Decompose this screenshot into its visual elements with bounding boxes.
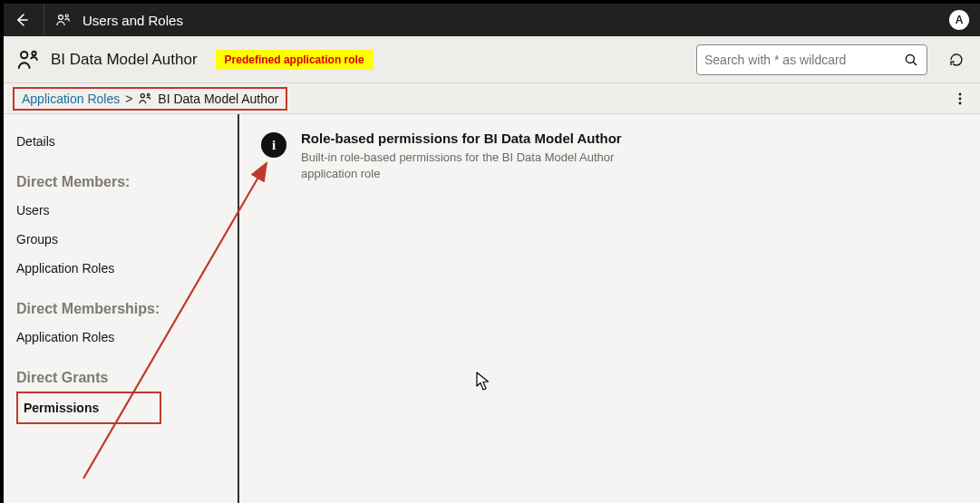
permissions-info-text: Role-based permissions for BI Data Model… [301,131,627,181]
breadcrumb-root-link[interactable]: Application Roles [22,92,120,106]
nav-details[interactable]: Details [16,127,225,156]
svg-point-11 [959,102,962,104]
breadcrumb-current: BI Data Model Author [158,92,278,106]
nav-section-grants: Direct Grants [16,370,225,386]
nav-groups[interactable]: Groups [16,225,225,254]
nav-section-members: Direct Members: [16,174,225,190]
refresh-button[interactable] [946,49,967,71]
more-actions-button[interactable] [949,88,971,110]
svg-point-2 [65,15,68,17]
info-icon: i [261,132,286,158]
back-button[interactable] [11,9,33,31]
breadcrumb-role-icon [138,92,152,106]
kebab-icon [953,92,967,106]
breadcrumb-separator: > [125,92,132,106]
role-icon [16,48,40,72]
svg-point-1 [59,15,63,20]
search-icon [903,52,919,68]
breadcrumb-row: Application Roles > BI Data Model Author [4,83,980,114]
nav-section-memberships: Direct Memberships: [16,301,225,317]
nav-app-roles-members[interactable]: Application Roles [16,254,225,283]
user-avatar[interactable]: A [949,10,969,30]
search-input[interactable] [704,53,903,67]
svg-line-6 [913,62,917,65]
topbar-divider [44,4,44,36]
svg-point-7 [141,93,145,97]
users-roles-icon [55,12,72,28]
svg-point-5 [906,54,914,63]
predefined-role-badge: Predefined application role [216,50,374,70]
svg-point-10 [959,97,962,100]
search-field-wrap[interactable] [696,44,927,75]
role-header-bar: BI Data Model Author Predefined applicat… [4,36,980,83]
topbar-title: Users and Roles [82,13,183,28]
main-panel: i Role-based permissions for BI Data Mod… [239,114,980,503]
nav-permissions[interactable]: Permissions [24,399,154,417]
permissions-heading: Role-based permissions for BI Data Model… [301,131,627,146]
breadcrumb: Application Roles > BI Data Model Author [13,87,287,111]
arrow-left-icon [15,13,29,27]
svg-point-3 [21,51,27,57]
side-nav: Details Direct Members: Users Groups App… [4,114,239,503]
svg-point-4 [32,51,35,54]
role-title: BI Data Model Author [51,51,198,69]
nav-users[interactable]: Users [16,196,225,225]
refresh-icon [948,52,965,68]
svg-point-8 [148,93,150,95]
svg-point-9 [959,92,962,95]
app-topbar: Users and Roles A [4,4,980,36]
nav-permissions-highlight: Permissions [16,392,161,424]
content-area: Details Direct Members: Users Groups App… [4,114,980,503]
permissions-description: Built-in role-based permissions for the … [301,150,627,181]
nav-app-roles-memberships[interactable]: Application Roles [16,323,225,352]
permissions-info-row: i Role-based permissions for BI Data Mod… [261,131,958,181]
